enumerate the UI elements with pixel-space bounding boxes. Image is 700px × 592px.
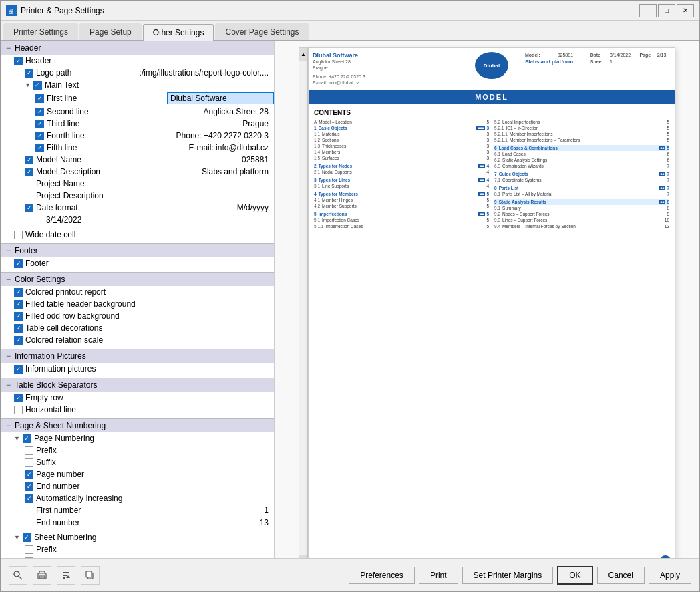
project-description-checkbox[interactable] [25, 192, 33, 200]
preview-header: Dlubal Software Anglicka Street 28 Pragu… [309, 48, 675, 90]
end-number-checkbox[interactable] [25, 482, 33, 491]
model-name-checkbox[interactable] [25, 156, 33, 164]
sheet-numbering-checkbox[interactable] [23, 533, 31, 542]
preferences-button[interactable]: Preferences [349, 567, 415, 584]
section-footer[interactable]: − Footer [1, 243, 274, 257]
end-number-static-item: End number 13 [1, 516, 274, 529]
collapse-footer-icon[interactable]: − [6, 246, 11, 255]
info-pictures-checkbox[interactable] [14, 365, 23, 374]
collapse-info-icon[interactable]: − [6, 351, 11, 361]
suffix-checkbox[interactable] [25, 458, 33, 467]
date-format-checkbox[interactable] [25, 204, 33, 212]
toc-page: 9 [667, 212, 669, 216]
main-text-checkbox[interactable] [33, 81, 42, 90]
section-info-pictures[interactable]: − Information Pictures [1, 349, 274, 363]
toc-row: 2.1 Nodal Supports 4 [314, 169, 489, 175]
date-header-label: Date [589, 52, 608, 58]
section-page-numbering[interactable]: − Page & Sheet Numbering [1, 418, 274, 432]
page-number-checkbox[interactable] [25, 470, 33, 479]
collapse-page-icon[interactable]: − [6, 421, 11, 430]
collapse-table-block-icon[interactable]: − [6, 380, 11, 390]
preview-company-addr1: Anglicka Street 28 [313, 59, 460, 65]
model-description-value: Slabs and platform [202, 167, 274, 176]
project-name-checkbox[interactable] [25, 180, 33, 188]
toc-title: Coordinate Systems [502, 178, 667, 182]
cancel-button[interactable]: Cancel [597, 567, 645, 584]
set-printer-margins-button[interactable]: Set Printer Margins [462, 567, 554, 584]
suffix-label: Suffix [36, 458, 274, 467]
toc-title: Surfaces [322, 156, 486, 160]
close-button[interactable]: ✕ [677, 4, 694, 17]
wide-date-cell-checkbox[interactable] [14, 231, 23, 239]
table-cell-decorations-item: Table cell decorations [1, 322, 274, 334]
footer-checkbox[interactable] [14, 259, 23, 268]
first-line-checkbox[interactable] [35, 94, 44, 103]
section-info-label: Information Pictures [15, 351, 86, 361]
toc-title: Local Imperfections [502, 120, 667, 124]
search-icon-btn[interactable] [9, 566, 27, 585]
horizontal-line-checkbox[interactable] [14, 406, 23, 414]
page-header-label: Page [638, 52, 655, 58]
filled-header-checkbox[interactable] [14, 300, 23, 309]
empty-row-checkbox[interactable] [14, 394, 23, 402]
tab-printer-settings[interactable]: Printer Settings [3, 23, 78, 40]
settings-scroll[interactable]: − Header Header Logo path :/img/illustra… [1, 41, 274, 558]
second-line-checkbox[interactable] [35, 108, 44, 116]
collapse-color-icon[interactable]: − [6, 275, 11, 284]
sheet-prefix-checkbox[interactable] [25, 545, 33, 554]
print-icon-btn[interactable] [33, 566, 51, 585]
collapse-sheet-numbering-icon[interactable]: ▼ [14, 534, 20, 541]
fifth-line-checkbox[interactable] [35, 144, 44, 152]
model-description-checkbox[interactable] [25, 168, 33, 176]
fifth-line-label: Fifth line [47, 143, 188, 152]
project-name-item: Project Name [1, 178, 274, 190]
first-line-input[interactable] [167, 92, 274, 104]
toc-num: 1 [314, 126, 317, 130]
scrollbar-up-btn[interactable]: ▲ [299, 48, 307, 61]
toc-row: 5.1 Imperfection Cases 5 [314, 217, 489, 223]
maximize-button[interactable]: □ [658, 4, 675, 17]
tab-cover-page-settings[interactable]: Cover Page Settings [215, 23, 309, 40]
toc-row: 8.1 Parts List – All by Material 7 [494, 191, 669, 197]
section-header[interactable]: − Header [1, 41, 274, 55]
page-numbering-checkbox[interactable] [23, 434, 31, 443]
apply-button[interactable]: Apply [649, 567, 691, 584]
header-checkbox[interactable] [14, 57, 23, 65]
toc-page: 7 [667, 192, 669, 196]
toc-marker: ■■ [478, 164, 485, 168]
auto-increasing-checkbox[interactable] [25, 494, 33, 503]
tab-page-setup[interactable]: Page Setup [79, 23, 142, 40]
empty-row-label: Empty row [25, 393, 274, 402]
minimize-button[interactable]: – [639, 4, 657, 17]
fourth-line-checkbox[interactable] [35, 132, 44, 140]
section-page-label: Page & Sheet Numbering [15, 421, 106, 430]
copy-icon-btn[interactable] [81, 566, 100, 585]
collapse-page-numbering-icon[interactable]: ▼ [14, 435, 20, 442]
main-text-label: Main Text [45, 80, 274, 90]
tab-bar: Printer Settings Page Setup Other Settin… [1, 21, 699, 41]
wide-date-cell-label: Wide date cell [25, 230, 274, 239]
colored-relation-checkbox[interactable] [14, 336, 23, 345]
toc-page: 7 [667, 172, 669, 176]
table-cell-decorations-checkbox[interactable] [14, 324, 23, 333]
tab-other-settings[interactable]: Other Settings [143, 24, 214, 41]
toc-num: 5.2.1.1 [494, 138, 508, 142]
toc-marker: ■■■ [476, 126, 485, 130]
ok-button[interactable]: OK [557, 566, 592, 585]
toc-page: 6 [667, 152, 669, 156]
collapse-main-text-icon[interactable]: ▼ [25, 82, 31, 88]
colored-printout-checkbox[interactable] [14, 288, 23, 297]
section-color-settings[interactable]: − Color Settings [1, 272, 274, 286]
toc-num: 6 [494, 146, 497, 150]
third-line-label: Third line [47, 119, 242, 128]
filled-odd-row-checkbox[interactable] [14, 312, 23, 321]
print-button[interactable]: Print [419, 567, 458, 584]
toc-title: Guide Objects [499, 172, 659, 176]
prefix-checkbox[interactable] [25, 446, 33, 455]
third-line-checkbox[interactable] [35, 120, 44, 128]
collapse-header-icon[interactable]: − [6, 43, 11, 53]
logo-path-checkbox[interactable] [25, 69, 33, 78]
export-icon-btn[interactable] [57, 566, 75, 585]
toc-num: 5 [314, 212, 317, 216]
section-table-block[interactable]: − Table Block Separators [1, 378, 274, 392]
